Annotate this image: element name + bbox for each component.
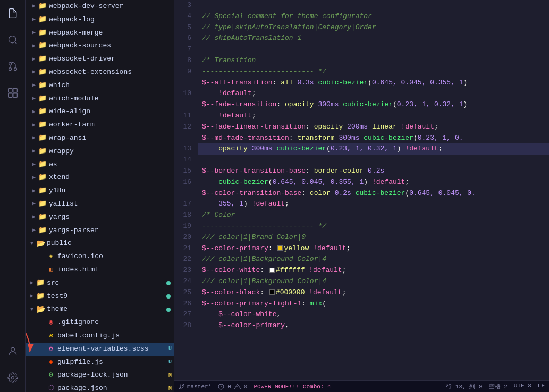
list-item[interactable]: ▶ 📁 which-module xyxy=(26,92,174,106)
item-label: wrappy xyxy=(49,146,74,157)
item-label: package.json xyxy=(57,383,107,392)
folder-icon: 📁 xyxy=(38,213,47,221)
list-item[interactable]: ▶ 📁 ws xyxy=(26,158,174,172)
item-label: src xyxy=(47,278,59,289)
list-item[interactable]: ▶ 📁 webpack-sources xyxy=(26,39,174,53)
user-icon[interactable] xyxy=(4,342,22,360)
item-label: which xyxy=(49,80,70,91)
list-item[interactable]: ▶ 📁 websocket-extensions xyxy=(26,66,174,79)
list-item[interactable]: ▶ 📁 xtend xyxy=(26,171,174,184)
folder-theme-icon: 📂 xyxy=(36,305,45,314)
folder-icon: 📁 xyxy=(38,15,47,24)
item-label: webpack-dev-server xyxy=(49,1,123,12)
code-editor[interactable]: // Special comment for theme configurato… xyxy=(198,0,549,380)
list-item[interactable]: ▶ 📁 yargs xyxy=(26,211,174,224)
error-info[interactable]: 0 0 xyxy=(218,384,247,390)
git-branch[interactable]: master* xyxy=(179,384,212,390)
file-scss-icon: ✿ xyxy=(47,345,55,353)
svg-point-0 xyxy=(9,36,15,43)
list-item[interactable]: ▶ 📁 webpack-merge xyxy=(26,27,174,40)
folder-icon: 📁 xyxy=(38,121,47,130)
source-control-icon[interactable] xyxy=(4,57,22,75)
folder-icon: 📁 xyxy=(38,187,47,195)
list-item[interactable]: ▶ 📁 yargs-parser xyxy=(26,224,174,237)
branch-icon xyxy=(179,384,185,390)
folder-icon: 📁 xyxy=(38,108,47,116)
file-gulp-icon: ◈ xyxy=(47,358,55,367)
chevron-right-icon: ▶ xyxy=(30,95,38,103)
sidebar-item-public[interactable]: ▼ 📂 public xyxy=(26,237,174,250)
file-ico-icon: ★ xyxy=(47,253,55,261)
file-html-icon: ◧ xyxy=(47,266,55,274)
list-item[interactable]: ▶ 📁 webpack-dev-server xyxy=(26,0,174,13)
item-label: wide-align xyxy=(49,106,90,117)
list-item[interactable]: ▶ 📁 webpack-log xyxy=(26,13,174,27)
item-label: .gitignore xyxy=(57,317,99,328)
chevron-right-icon: ▶ xyxy=(30,160,38,169)
folder-icon: 📁 xyxy=(38,160,47,169)
svg-point-4 xyxy=(9,68,11,71)
search-icon[interactable] xyxy=(4,31,22,49)
power-mode: POWER MODE!!! Combo: 4 xyxy=(254,384,331,390)
chevron-down-icon: ▼ xyxy=(28,240,36,248)
svg-line-1 xyxy=(14,42,16,44)
list-item[interactable]: ▶ ★ favicon.ico xyxy=(26,250,174,263)
files-icon[interactable] xyxy=(4,4,22,22)
chevron-right-icon: ▶ xyxy=(30,226,38,235)
sidebar-item-test9[interactable]: ▶ 📁 test9 xyxy=(26,290,174,303)
sidebar: ▶ 📁 webpack-dev-server ▶ 📁 webpack-log ▶… xyxy=(26,0,174,392)
sidebar-item-src[interactable]: ▶ 📁 src xyxy=(26,277,174,290)
item-label: theme xyxy=(47,304,67,315)
list-item[interactable]: ▶ B babel.config.js xyxy=(26,329,174,343)
list-item[interactable]: ▶ ◈ gulpfile.js U xyxy=(26,356,174,369)
item-label: test9 xyxy=(47,291,67,302)
list-item[interactable]: ▶ 📁 wrap-ansi xyxy=(26,132,174,145)
folder-icon: 📁 xyxy=(38,2,47,11)
file-git-icon: ◉ xyxy=(47,319,55,327)
svg-point-11 xyxy=(11,377,14,379)
svg-point-15 xyxy=(180,387,181,389)
encoding-info: UTF-8 xyxy=(514,382,531,390)
sidebar-item-element-variables[interactable]: ▶ ✿ element-variables.scss U xyxy=(26,343,174,356)
warning-count: 0 xyxy=(244,384,248,390)
chevron-right-icon: ▶ xyxy=(30,15,38,24)
list-item[interactable]: ▶ 📁 which xyxy=(26,79,174,92)
activity-bar xyxy=(0,0,26,392)
item-label: yargs xyxy=(49,212,70,223)
modified-badge: M xyxy=(166,371,174,380)
list-item[interactable]: ▶ 📁 websocket-driver xyxy=(26,53,174,66)
list-item[interactable]: ▶ 📁 y18n xyxy=(26,184,174,198)
chevron-right-icon: ▶ xyxy=(30,200,38,208)
branch-name: master* xyxy=(187,384,212,390)
list-item[interactable]: ▶ ◧ index.html xyxy=(26,263,174,277)
list-item[interactable]: ▶ ⚙ package-lock.json M xyxy=(26,369,174,382)
indent-info: 空格 2 xyxy=(489,382,508,390)
chevron-right-icon: ▶ xyxy=(30,174,38,182)
folder-icon: 📁 xyxy=(38,42,47,50)
list-item[interactable]: ▶ 📁 yallist xyxy=(26,198,174,211)
warning-icon xyxy=(234,384,241,390)
list-item[interactable]: ▶ 📁 worker-farm xyxy=(26,118,174,132)
list-item[interactable]: ▶ 📁 wide-align xyxy=(26,105,174,118)
chevron-right-icon: ▶ xyxy=(30,134,38,142)
svg-rect-6 xyxy=(8,89,12,93)
list-item[interactable]: ▶ ⬡ package.json M xyxy=(26,382,174,392)
list-item[interactable]: ▶ 📁 wrappy xyxy=(26,145,174,158)
chevron-right-icon: ▶ xyxy=(30,121,38,130)
settings-icon[interactable] xyxy=(4,369,22,387)
item-label: public xyxy=(47,238,72,249)
status-right: 行 13, 列 8 空格 2 UTF-8 LF xyxy=(446,382,545,390)
sidebar-item-theme[interactable]: ▼ 📂 theme xyxy=(26,303,174,316)
folder-icon: 📁 xyxy=(38,68,47,76)
item-label: babel.config.js xyxy=(57,330,120,342)
chevron-right-icon: ▶ xyxy=(30,81,38,90)
extensions-icon[interactable] xyxy=(4,84,22,102)
chevron-right-icon: ▶ xyxy=(30,55,38,64)
item-label: y18n xyxy=(49,185,65,197)
line-numbers: 3 4 5 6 7 8 9 10 11 12 13 14 15 16 17 18… xyxy=(174,0,198,380)
modified-dot xyxy=(166,281,171,285)
folder-icon: 📁 xyxy=(38,95,47,103)
error-count: 0 xyxy=(227,384,231,390)
svg-rect-9 xyxy=(13,93,17,98)
list-item[interactable]: ▶ ◉ .gitignore xyxy=(26,316,174,329)
